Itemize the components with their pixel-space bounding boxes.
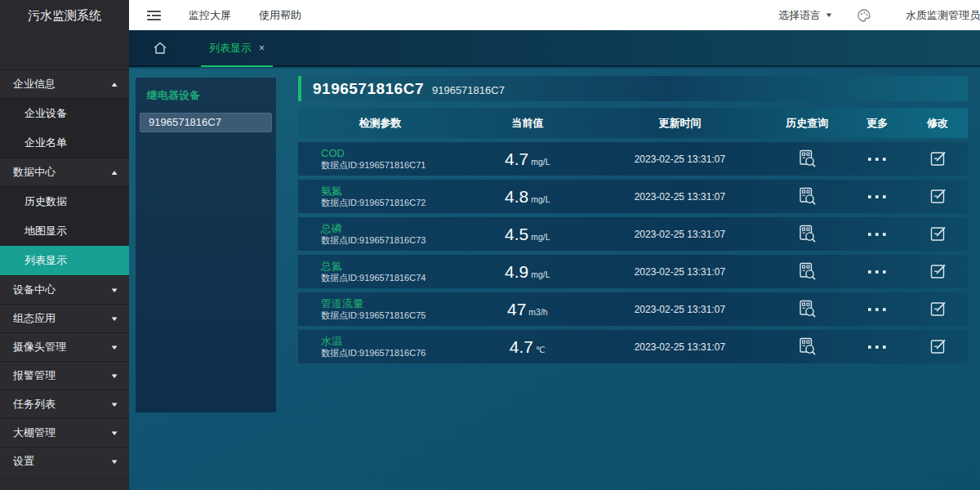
param-name: 水温: [321, 335, 462, 348]
sidebar-group[interactable]: 任务列表▼: [0, 390, 129, 418]
param-cell: 水温 数据点ID:9196571816C76: [298, 335, 462, 359]
device-list-item[interactable]: 9196571816C7: [140, 113, 272, 132]
value-cell: 47m3/h: [462, 300, 593, 319]
more-actions-icon[interactable]: [867, 194, 887, 200]
param-cell: COD 数据点ID:9196571816C71: [298, 147, 462, 172]
sidebar-group[interactable]: 摄像头管理▼: [0, 332, 129, 361]
collapse-bar: [147, 19, 161, 20]
nav-item-monitor-screen[interactable]: 监控大屏: [189, 8, 231, 23]
history-query-icon[interactable]: [796, 148, 818, 170]
sidebar-item[interactable]: 列表显示: [0, 246, 129, 275]
update-time: 2023-02-25 13:31:07: [593, 341, 767, 353]
language-selector[interactable]: 选择语言 ▼: [778, 8, 832, 23]
more-actions-icon[interactable]: [867, 269, 887, 275]
chevron-down-icon: ▼: [109, 372, 118, 380]
param-cell: 管道流量 数据点ID:9196571816C75: [298, 297, 462, 322]
value-unit: mg/L: [531, 232, 550, 242]
edit-icon[interactable]: [928, 149, 948, 169]
sidebar-menu: 企业信息▲企业设备企业名单数据中心▲历史数据地图显示列表显示设备中心▼组态应用▼…: [0, 69, 129, 475]
param-name: 总氮: [321, 260, 462, 273]
user-account[interactable]: 水质监测管理员: [906, 8, 980, 23]
col-header-edit: 修改: [907, 116, 968, 131]
table-row: 管道流量 数据点ID:9196571816C75 47m3/h 2023-02-…: [298, 292, 968, 326]
chevron-up-icon: ▲: [109, 169, 118, 176]
chevron-down-icon: ▼: [109, 344, 118, 351]
param-cell: 总氮 数据点ID:9196571816C74: [298, 260, 462, 284]
tab-list-display[interactable]: 列表显示 ×: [201, 30, 273, 65]
more-actions-icon[interactable]: [867, 231, 887, 238]
sidebar-group-label: 设备中心: [13, 283, 56, 297]
chevron-down-icon: ▼: [109, 401, 118, 408]
current-value: 4.7: [510, 337, 533, 356]
current-value: 4.8: [505, 187, 528, 206]
sidebar-item[interactable]: 地图显示: [0, 216, 129, 246]
history-query-icon[interactable]: [796, 336, 818, 358]
param-name: COD: [321, 147, 462, 160]
update-time: 2023-02-25 13:31:07: [593, 191, 767, 203]
edit-icon[interactable]: [928, 186, 948, 207]
chevron-down-icon: ▼: [109, 430, 118, 437]
history-query-icon[interactable]: [796, 298, 818, 320]
sidebar-group-label: 设置: [13, 454, 34, 469]
collapse-bar: [147, 11, 161, 12]
theme-palette-icon[interactable]: [857, 8, 871, 23]
top-navbar: 监控大屏 使用帮助 选择语言 ▼ 水质监测管理员: [129, 0, 980, 30]
sidebar-item[interactable]: 企业设备: [0, 99, 129, 128]
tab-bar: 列表显示 ×: [129, 30, 980, 67]
edit-icon[interactable]: [928, 299, 948, 319]
col-header-param: 检测参数: [298, 116, 462, 131]
col-header-more: 更多: [847, 116, 907, 131]
close-icon[interactable]: ×: [259, 42, 265, 54]
sidebar-submenu: 企业设备企业名单: [0, 98, 129, 158]
collapse-line: [152, 15, 161, 16]
device-header-title: 9196571816C7: [313, 80, 424, 98]
value-unit: mg/L: [531, 194, 550, 204]
update-time: 2023-02-25 13:31:07: [593, 154, 767, 165]
device-list-panel: 继电器设备 9196571816C7: [136, 78, 276, 412]
edit-icon[interactable]: [928, 261, 948, 282]
sidebar-group[interactable]: 大棚管理▼: [0, 418, 129, 447]
nav-item-help[interactable]: 使用帮助: [259, 8, 301, 23]
chevron-down-icon: ▼: [825, 11, 833, 19]
chevron-down-icon: ▼: [109, 287, 118, 294]
param-cell: 总磷 数据点ID:9196571816C73: [298, 222, 462, 247]
sidebar-group[interactable]: 组态应用▼: [0, 304, 129, 332]
value-cell: 4.9mg/L: [462, 262, 593, 282]
col-header-value: 当前值: [462, 116, 593, 131]
col-header-history: 历史查询: [767, 116, 847, 131]
update-time: 2023-02-25 13:31:07: [593, 304, 767, 315]
more-actions-icon[interactable]: [867, 344, 887, 350]
table-row: COD 数据点ID:9196571816C71 4.7mg/L 2023-02-…: [298, 142, 968, 176]
data-point-id: 数据点ID:9196571816C74: [321, 273, 462, 283]
sidebar-group-label: 摄像头管理: [13, 340, 66, 354]
sidebar-item[interactable]: 历史数据: [0, 187, 129, 216]
table-header: 检测参数 当前值 更新时间 历史查询 更多 修改: [298, 108, 968, 138]
update-time: 2023-02-25 13:31:07: [593, 229, 767, 240]
col-header-time: 更新时间: [593, 116, 767, 131]
sidebar-group[interactable]: 设备中心▼: [0, 275, 129, 304]
data-point-id: 数据点ID:9196571816C75: [321, 310, 462, 321]
more-actions-icon[interactable]: [867, 156, 887, 163]
data-point-id: 数据点ID:9196571816C76: [321, 348, 462, 359]
table-row: 氨氮 数据点ID:9196571816C72 4.8mg/L 2023-02-2…: [298, 180, 968, 213]
sidebar-group[interactable]: 数据中心▲: [0, 158, 129, 186]
data-point-id: 数据点ID:9196571816C72: [321, 198, 462, 208]
table-body: COD 数据点ID:9196571816C71 4.7mg/L 2023-02-…: [298, 142, 968, 363]
sidebar-item[interactable]: 企业名单: [0, 128, 129, 158]
edit-icon[interactable]: [928, 224, 948, 244]
more-actions-icon[interactable]: [867, 306, 887, 313]
history-query-icon[interactable]: [796, 185, 818, 207]
sidebar-group[interactable]: 企业信息▲: [0, 69, 129, 98]
device-panel-title: 继电器设备: [136, 78, 276, 103]
sidebar-group-label: 组态应用: [13, 311, 56, 326]
sidebar-group[interactable]: 设置▼: [0, 447, 129, 475]
history-query-icon[interactable]: [796, 261, 818, 283]
main-panel: 9196571816C7 9196571816C7 检测参数 当前值 更新时间 …: [298, 76, 968, 363]
history-query-icon[interactable]: [796, 223, 818, 245]
edit-icon[interactable]: [928, 336, 948, 357]
device-header-subtitle: 9196571816C7: [432, 82, 505, 96]
sidebar-group-label: 企业信息: [13, 77, 56, 91]
sidebar-group[interactable]: 报警管理▼: [0, 361, 129, 390]
collapse-menu-icon[interactable]: [147, 11, 161, 20]
home-icon[interactable]: [152, 40, 168, 56]
